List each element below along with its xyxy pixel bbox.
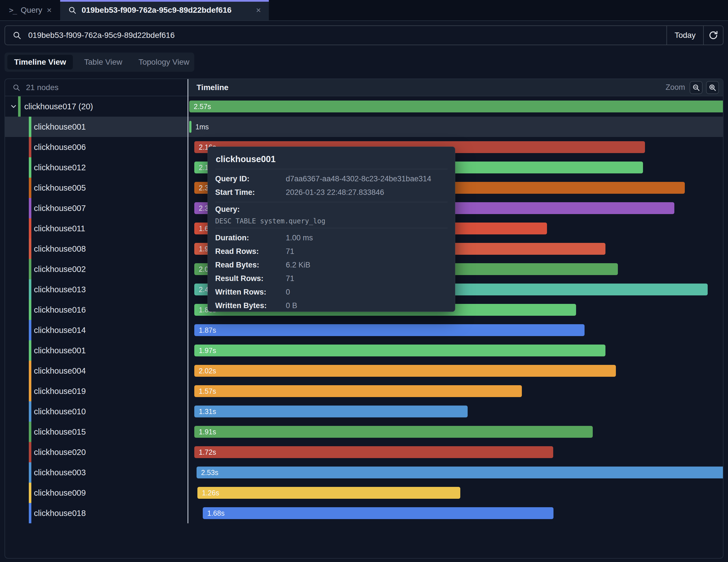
tree-row[interactable]: clickhouse0011.97s bbox=[5, 340, 723, 361]
tooltip-field-value: 2026-01-23 22:48:27.833846 bbox=[286, 188, 384, 197]
tree-row[interactable]: clickhouse0042.02s bbox=[5, 361, 723, 381]
node-cell[interactable]: clickhouse005 bbox=[5, 178, 188, 198]
timeline-cell: 1.91s bbox=[189, 422, 723, 442]
node-cell[interactable]: clickhouse006 bbox=[5, 137, 188, 157]
node-cell[interactable]: clickhouse007 bbox=[5, 198, 188, 218]
tooltip-field-label: Read Bytes: bbox=[215, 261, 286, 269]
duration-label: 1.57s bbox=[199, 385, 216, 397]
search-input[interactable]: 019beb53-f909-762a-95c9-89d22bdef616 bbox=[28, 31, 666, 40]
tree-row[interactable]: clickhouse0032.53s bbox=[5, 462, 723, 483]
duration-label: 1.87s bbox=[199, 324, 216, 336]
panel-header: 21 nodes Timeline Zoom bbox=[5, 79, 723, 96]
tooltip-field-value: 0 B bbox=[286, 301, 297, 310]
node-cell[interactable]: clickhouse003 bbox=[5, 462, 188, 483]
tree-row[interactable]: clickhouse0201.72s bbox=[5, 442, 723, 462]
node-cell[interactable]: clickhouse002 bbox=[5, 259, 188, 279]
tooltip-field-label: Read Rows: bbox=[215, 247, 286, 256]
refresh-button[interactable] bbox=[703, 26, 723, 45]
close-icon[interactable]: × bbox=[256, 6, 261, 14]
node-color-strip bbox=[29, 157, 31, 178]
tab-query-id[interactable]: 019beb53-f909-762a-95c9-89d22bdef616 × bbox=[60, 0, 269, 20]
duration-bar[interactable]: 1.97s bbox=[194, 345, 605, 356]
duration-bar[interactable]: 2.53s bbox=[197, 467, 723, 478]
today-button[interactable]: Today bbox=[666, 26, 703, 45]
duration-bar[interactable]: 1ms bbox=[189, 121, 191, 133]
node-cell[interactable]: clickhouse018 bbox=[5, 503, 188, 523]
node-cell[interactable]: clickhouse013 bbox=[5, 279, 188, 300]
tree-row[interactable]: clickhouse0101.31s bbox=[5, 401, 723, 422]
tree-row[interactable]: clickhouse0181.68s bbox=[5, 503, 723, 523]
duration-label: 1ms bbox=[195, 121, 209, 133]
tab-table-view[interactable]: Table View bbox=[73, 58, 134, 67]
duration-bar[interactable]: 1.31s bbox=[194, 406, 468, 417]
node-cell[interactable]: clickhouse010 bbox=[5, 401, 188, 422]
divider bbox=[215, 202, 448, 202]
node-cell[interactable]: clickhouse015 bbox=[5, 422, 188, 442]
tree-row[interactable]: clickhouse0191.57s bbox=[5, 381, 723, 401]
node-cell[interactable]: clickhouse019 bbox=[5, 381, 188, 401]
tree-row[interactable]: clickhouse0151.91s bbox=[5, 422, 723, 442]
duration-bar[interactable]: 2.57s bbox=[189, 101, 723, 112]
node-label: clickhouse019 bbox=[34, 381, 86, 401]
tab-topology-view[interactable]: Topology View bbox=[134, 58, 194, 67]
divider bbox=[215, 228, 448, 228]
duration-bar[interactable]: 1.72s bbox=[194, 446, 553, 458]
tooltip-query-code: DESC TABLE system.query_log bbox=[215, 217, 448, 225]
node-label: clickhouse009 bbox=[34, 483, 86, 503]
close-icon[interactable]: × bbox=[47, 6, 52, 14]
node-label: clickhouse011 bbox=[34, 218, 85, 239]
duration-bar[interactable]: 2.02s bbox=[194, 365, 616, 377]
node-cell[interactable]: clickhouse020 bbox=[5, 442, 188, 462]
tree-row-group[interactable]: clickhouse017 (20)2.57s bbox=[5, 96, 723, 117]
node-color-strip bbox=[29, 137, 31, 157]
node-cell[interactable]: clickhouse014 bbox=[5, 320, 188, 340]
tooltip-field-value: 0 bbox=[286, 288, 290, 297]
duration-bar[interactable]: 1.91s bbox=[194, 426, 593, 438]
node-cell[interactable]: clickhouse001 bbox=[5, 117, 188, 137]
search-icon bbox=[12, 84, 20, 92]
search-icon bbox=[12, 31, 21, 40]
tooltip-field: Result Rows:71 bbox=[215, 272, 448, 285]
node-color-strip bbox=[29, 483, 31, 503]
tooltip-field-label: Duration: bbox=[215, 234, 286, 242]
duration-bar[interactable]: 1.87s bbox=[194, 324, 585, 336]
zoom-out-button[interactable] bbox=[690, 81, 703, 94]
panel-resize-divider[interactable] bbox=[188, 79, 188, 523]
node-cell[interactable]: clickhouse001 bbox=[5, 340, 188, 361]
node-color-strip bbox=[18, 96, 21, 117]
chevron-down-icon[interactable] bbox=[10, 103, 18, 112]
tooltip-title: clickhouse001 bbox=[216, 154, 448, 164]
node-color-strip bbox=[29, 361, 31, 381]
tooltip-field-value: 1.00 ms bbox=[286, 234, 313, 242]
tab-label: Query bbox=[21, 6, 42, 15]
node-cell[interactable]: clickhouse012 bbox=[5, 157, 188, 178]
tab-timeline-view[interactable]: Timeline View bbox=[7, 55, 73, 69]
tree-row[interactable]: clickhouse0011ms bbox=[5, 117, 723, 137]
tooltip-field-value: d7aa6367-aa48-4302-8c23-24be31bae314 bbox=[286, 175, 431, 183]
tree-row[interactable]: clickhouse0091.26s bbox=[5, 483, 723, 503]
node-label: clickhouse008 bbox=[34, 239, 86, 259]
node-cell[interactable]: clickhouse017 (20) bbox=[5, 96, 188, 117]
tab-query[interactable]: >_ Query × bbox=[0, 0, 61, 20]
node-label: clickhouse014 bbox=[34, 320, 86, 340]
node-color-strip bbox=[29, 259, 31, 279]
tree-row[interactable]: clickhouse0141.87s bbox=[5, 320, 723, 340]
duration-bar[interactable]: 1.26s bbox=[197, 487, 460, 499]
node-color-strip bbox=[29, 340, 31, 361]
node-cell[interactable]: clickhouse004 bbox=[5, 361, 188, 381]
duration-bar[interactable]: 1.68s bbox=[203, 507, 553, 519]
node-cell[interactable]: clickhouse009 bbox=[5, 483, 188, 503]
node-search[interactable]: 21 nodes bbox=[5, 79, 188, 96]
tooltip-field: Duration:1.00 ms bbox=[215, 231, 448, 245]
zoom-in-button[interactable] bbox=[706, 81, 719, 94]
tooltip-field: Read Bytes:6.2 KiB bbox=[215, 258, 448, 272]
node-cell[interactable]: clickhouse011 bbox=[5, 218, 188, 239]
duration-label: 1.91s bbox=[199, 426, 216, 438]
duration-label: 1.26s bbox=[202, 487, 219, 499]
zoom-label: Zoom bbox=[666, 83, 685, 92]
node-cell[interactable]: clickhouse008 bbox=[5, 239, 188, 259]
node-cell[interactable]: clickhouse016 bbox=[5, 300, 188, 320]
node-color-strip bbox=[29, 401, 31, 422]
node-search-placeholder: 21 nodes bbox=[26, 83, 58, 92]
duration-bar[interactable]: 1.57s bbox=[194, 385, 522, 397]
